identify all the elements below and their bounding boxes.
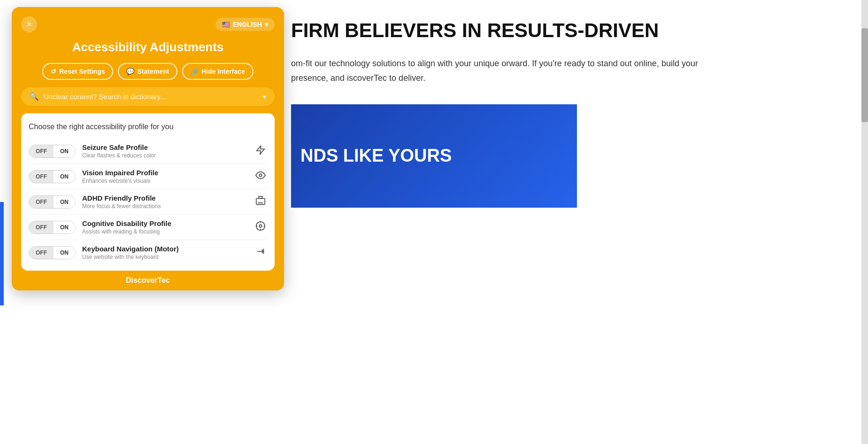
search-placeholder: Unclear content? Search in dictionary... (44, 93, 258, 101)
profile-item: OFF ON Vision Impaired Profile Enhances … (29, 164, 267, 189)
language-label: ENGLISH (233, 21, 262, 28)
toggle-on-button[interactable]: ON (54, 171, 75, 183)
svg-point-0 (259, 174, 262, 177)
footer-text: DiscoverTec (126, 276, 170, 284)
scrollbar-thumb[interactable] (861, 28, 868, 122)
profile-info: ADHD Friendly Profile More focus & fewer… (82, 194, 247, 210)
statement-icon: 💬 (126, 68, 134, 75)
toggle-on-button[interactable]: ON (54, 145, 75, 157)
accessibility-panel: × 🇺🇸 ENGLISH ▾ Accessibility Adjustments… (12, 7, 284, 290)
flag-icon: 🇺🇸 (222, 21, 230, 28)
profile-icon (254, 145, 267, 158)
panel-title: Accessibility Adjustments (21, 40, 275, 55)
profile-name: Cognitive Disability Profile (82, 219, 247, 227)
language-button[interactable]: 🇺🇸 ENGLISH ▾ (215, 18, 275, 31)
toggle-on-button[interactable]: ON (54, 196, 75, 208)
toggle-on-button[interactable]: ON (54, 221, 75, 234)
toggle-group: OFF ON (29, 170, 76, 183)
profile-name: Keyboard Navigation (Motor) (82, 245, 247, 253)
website-heading: FIRM BELIEVERS IN RESULTS-DRIVEN (291, 19, 868, 42)
toggle-off-button[interactable]: OFF (29, 247, 54, 259)
profile-name: Vision Impaired Profile (82, 169, 247, 177)
profile-icon (254, 221, 267, 234)
panel-actions: ↺ Reset Settings 💬 Statement 🔗 Hide Inte… (21, 63, 275, 80)
toggle-group: OFF ON (29, 195, 76, 209)
profile-card-title: Choose the right accessibility profile f… (29, 123, 267, 131)
toggle-off-button[interactable]: OFF (29, 196, 54, 208)
website-paragraph: om-fit our technology solutions to align… (291, 56, 714, 85)
statement-button[interactable]: 💬 Statement (118, 63, 177, 80)
profile-card: Choose the right accessibility profile f… (21, 113, 275, 271)
profile-description: Use website with the keyboard (82, 254, 247, 260)
reset-settings-button[interactable]: ↺ Reset Settings (42, 63, 113, 80)
left-accent-bar (0, 202, 4, 305)
profiles-container: OFF ON Seizure Safe Profile Clear flashe… (29, 139, 267, 265)
profile-item: OFF ON ADHD Friendly Profile More focus … (29, 189, 267, 215)
blue-section: NDS LIKE YOURS (291, 104, 577, 208)
statement-label: Statement (137, 68, 169, 75)
profile-description: Clear flashes & reduces color (82, 152, 247, 159)
profile-info: Vision Impaired Profile Enhances website… (82, 169, 247, 184)
hide-icon: 🔗 (191, 68, 199, 75)
profile-description: Enhances website's visuals (82, 178, 247, 184)
profile-name: Seizure Safe Profile (82, 143, 247, 151)
profile-item: OFF ON Keyboard Navigation (Motor) Use w… (29, 240, 267, 265)
hide-interface-button[interactable]: 🔗 Hide Interface (182, 63, 253, 80)
reset-label: Reset Settings (59, 68, 105, 75)
blue-section-heading: NDS LIKE YOURS (300, 146, 452, 166)
toggle-group: OFF ON (29, 221, 76, 234)
chevron-down-icon: ▾ (265, 21, 268, 28)
svg-rect-1 (256, 198, 265, 204)
toggle-group: OFF ON (29, 246, 76, 259)
profile-item: OFF ON Seizure Safe Profile Clear flashe… (29, 139, 267, 164)
panel-footer: DiscoverTec (12, 271, 284, 290)
toggle-off-button[interactable]: OFF (29, 221, 54, 234)
panel-header: × 🇺🇸 ENGLISH ▾ (21, 16, 275, 32)
profile-icon (254, 246, 267, 259)
hide-label: Hide Interface (201, 68, 245, 75)
search-chevron-icon: ▾ (263, 93, 266, 101)
profile-info: Keyboard Navigation (Motor) Use website … (82, 245, 247, 260)
profile-description: More focus & fewer distractions (82, 203, 247, 210)
svg-point-3 (259, 225, 262, 227)
toggle-off-button[interactable]: OFF (29, 171, 54, 183)
profile-description: Assists with reading & focusing (82, 228, 247, 235)
profile-name: ADHD Friendly Profile (82, 194, 247, 202)
profile-icon (254, 195, 267, 209)
profile-info: Cognitive Disability Profile Assists wit… (82, 219, 247, 235)
scrollbar[interactable] (861, 0, 868, 444)
toggle-on-button[interactable]: ON (54, 247, 75, 259)
profile-icon (254, 170, 267, 183)
search-bar[interactable]: 🔍 Unclear content? Search in dictionary.… (21, 87, 275, 106)
profile-info: Seizure Safe Profile Clear flashes & red… (82, 143, 247, 159)
search-icon: 🔍 (30, 92, 39, 101)
reset-icon: ↺ (51, 68, 56, 75)
profile-item: OFF ON Cognitive Disability Profile Assi… (29, 215, 267, 240)
toggle-group: OFF ON (29, 145, 76, 158)
close-button[interactable]: × (21, 16, 37, 32)
toggle-off-button[interactable]: OFF (29, 145, 54, 157)
